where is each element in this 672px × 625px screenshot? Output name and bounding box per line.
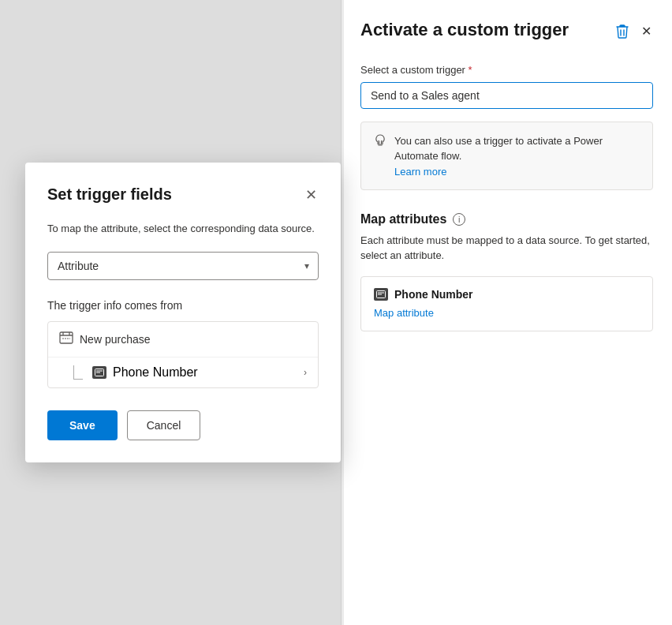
svg-rect-3 (60, 332, 73, 343)
tree-child-item[interactable]: Phone Number › (48, 357, 318, 387)
map-attributes-header: Map attributes i (360, 212, 653, 226)
child-phone-icon (92, 366, 106, 379)
attribute-card: Phone Number Map attribute (360, 276, 653, 331)
required-star: * (469, 64, 472, 76)
phone-number-icon (374, 288, 388, 301)
new-purchase-label: New purchase (80, 333, 151, 346)
map-attributes-title: Map attributes (360, 212, 446, 226)
map-attribute-link[interactable]: Map attribute (374, 307, 434, 319)
panel-title: Activate a custom trigger (360, 19, 569, 42)
info-box-text: You can also use a trigger to activate a… (394, 135, 603, 163)
indent-line (73, 365, 83, 380)
attribute-card-header: Phone Number (374, 288, 640, 301)
chevron-right-icon: › (304, 367, 307, 378)
tree-parent-item: New purchase (48, 322, 318, 357)
close-icon: ✕ (641, 24, 651, 39)
save-button[interactable]: Save (47, 410, 118, 440)
lightbulb-icon (374, 134, 386, 150)
info-box-content: You can also use a trigger to activate a… (394, 133, 640, 178)
attribute-name: Phone Number (394, 288, 473, 301)
panel-header-icons: ✕ (614, 22, 653, 40)
close-modal-icon: ✕ (305, 186, 317, 204)
modal-description: To map the attribute, select the corresp… (47, 221, 319, 237)
modal-header: Set trigger fields ✕ (47, 185, 319, 205)
panel-header: Activate a custom trigger ✕ (360, 19, 653, 42)
phone-number-child-label: Phone Number (113, 365, 198, 380)
attribute-dropdown-wrapper: Attribute ▾ (47, 252, 319, 280)
tree-parent-content: New purchase (59, 331, 151, 347)
map-attributes-section: Map attributes i Each attribute must be … (360, 212, 653, 331)
map-attributes-info-icon[interactable]: i (453, 213, 465, 226)
learn-more-link[interactable]: Learn more (394, 166, 446, 178)
map-attributes-desc: Each attribute must be mapped to a data … (360, 233, 653, 264)
modal-footer: Save Cancel (47, 410, 319, 440)
delete-button[interactable] (614, 23, 630, 40)
info-box: You can also use a trigger to activate a… (360, 122, 653, 190)
cancel-button[interactable]: Cancel (127, 410, 201, 440)
trigger-field-label: Select a custom trigger * (360, 64, 653, 76)
attribute-dropdown[interactable]: Attribute (47, 252, 319, 280)
modal-title: Set trigger fields (47, 185, 172, 204)
modal-overlay: Set trigger fields ✕ To map the attribut… (0, 0, 344, 625)
right-panel: Activate a custom trigger ✕ Select a cus… (341, 0, 672, 625)
custom-trigger-input[interactable] (360, 82, 653, 109)
trigger-tree: New purchase Phone Number › (47, 321, 319, 388)
trigger-info-label: The trigger info comes from (47, 299, 319, 312)
close-panel-button[interactable]: ✕ (640, 22, 653, 40)
new-purchase-icon (59, 331, 73, 347)
close-modal-button[interactable]: ✕ (304, 185, 319, 205)
child-left: Phone Number (73, 365, 198, 380)
set-trigger-modal: Set trigger fields ✕ To map the attribut… (25, 163, 341, 463)
